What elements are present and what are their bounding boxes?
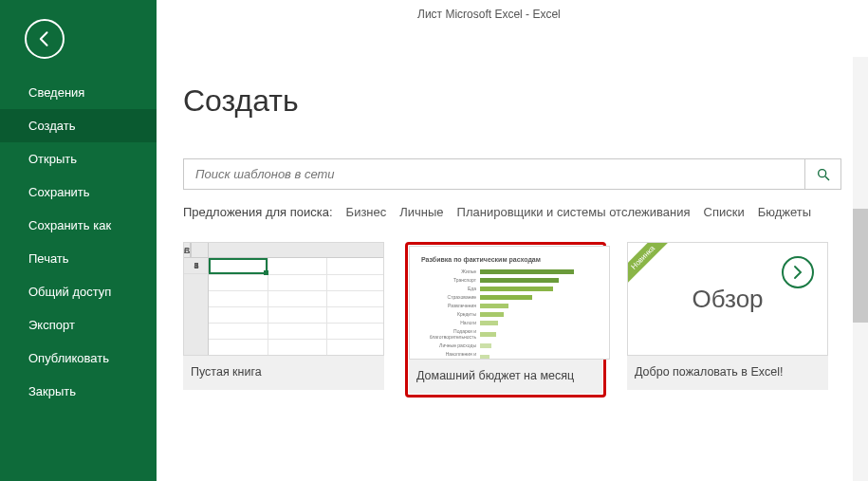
svg-point-0 — [818, 169, 825, 176]
search-suggestions: Предложения для поиска: БизнесЛичныеПлан… — [183, 205, 841, 219]
nav-item-1[interactable]: Создать — [0, 109, 157, 142]
template-thumbnail: ABC123456 — [183, 242, 384, 356]
suggestion-link[interactable]: Бизнес — [346, 205, 387, 219]
vertical-scrollbar[interactable] — [853, 57, 868, 481]
nav-item-0[interactable]: Сведения — [0, 76, 157, 109]
template-card[interactable]: Разбивка по фактическим расходамЖильеТра… — [405, 242, 606, 398]
suggestion-link[interactable]: Личные — [399, 205, 443, 219]
suggestion-link[interactable]: Планировщики и системы отслеживания — [457, 205, 691, 219]
nav-item-5[interactable]: Печать — [0, 242, 157, 275]
backstage-sidebar: СведенияСоздатьОткрытьСохранитьСохранить… — [0, 0, 157, 481]
nav-item-6[interactable]: Общий доступ — [0, 275, 157, 308]
templates-row: ABC123456Пустая книгаРазбивка по фактиче… — [183, 242, 841, 398]
nav-item-9[interactable]: Закрыть — [0, 375, 157, 408]
search-row — [183, 158, 841, 190]
template-caption: Добро пожаловать в Excel! — [627, 356, 828, 390]
nav-item-4[interactable]: Сохранить как — [0, 209, 157, 242]
page-title: Создать — [183, 83, 841, 119]
main-panel: Лист Microsoft Excel - Excel Создать Пре… — [157, 0, 868, 481]
nav-item-8[interactable]: Опубликовать — [0, 342, 157, 375]
template-caption: Пустая книга — [183, 356, 384, 390]
window-title: Лист Microsoft Excel - Excel — [417, 8, 561, 21]
nav-item-7[interactable]: Экспорт — [0, 308, 157, 342]
back-button[interactable] — [25, 19, 65, 59]
suggestion-link[interactable]: Списки — [704, 205, 745, 219]
template-thumbnail: НовинкаОбзор — [627, 242, 828, 356]
template-caption: Домашний бюджет на месяц — [409, 360, 602, 394]
template-search-input[interactable] — [183, 158, 805, 190]
template-card[interactable]: НовинкаОбзорДобро пожаловать в Excel! — [627, 242, 828, 398]
search-button[interactable] — [805, 158, 841, 190]
scrollbar-thumb[interactable] — [853, 209, 868, 323]
suggestions-label: Предложения для поиска: — [183, 205, 333, 219]
template-card[interactable]: ABC123456Пустая книга — [183, 242, 384, 398]
arrow-right-icon — [782, 256, 814, 288]
arrow-left-icon — [35, 29, 54, 48]
svg-line-1 — [825, 176, 829, 180]
nav-item-3[interactable]: Сохранить — [0, 176, 157, 209]
template-thumbnail: Разбивка по фактическим расходамЖильеТра… — [409, 246, 610, 360]
search-icon — [816, 167, 831, 182]
suggestion-link[interactable]: Бюджеты — [758, 205, 811, 219]
nav-item-2[interactable]: Открыть — [0, 142, 157, 176]
nav-list: СведенияСоздатьОткрытьСохранитьСохранить… — [0, 76, 157, 408]
